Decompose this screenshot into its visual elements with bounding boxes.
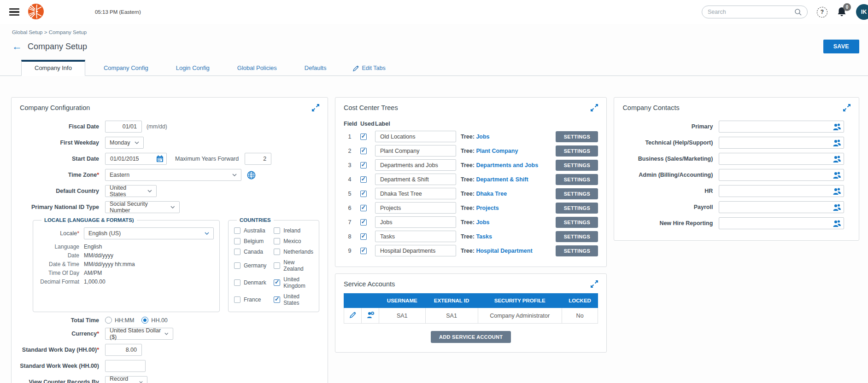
tab-global-policies[interactable]: Global Policies bbox=[237, 61, 277, 75]
checkbox[interactable] bbox=[234, 238, 240, 244]
help-button[interactable]: ? bbox=[817, 7, 827, 17]
label-input[interactable] bbox=[375, 174, 456, 185]
expand-icon[interactable] bbox=[312, 104, 319, 111]
hr-contact-input[interactable] bbox=[719, 185, 844, 197]
country-canada[interactable]: Canada bbox=[234, 249, 266, 255]
people-picker-icon[interactable] bbox=[832, 123, 842, 131]
country-france[interactable]: France bbox=[234, 293, 266, 306]
radio[interactable] bbox=[141, 317, 148, 324]
checkbox[interactable] bbox=[234, 279, 240, 286]
people-picker-icon[interactable] bbox=[832, 171, 842, 179]
label-input[interactable] bbox=[375, 131, 456, 142]
company-logo[interactable] bbox=[28, 3, 44, 21]
used-checkbox[interactable] bbox=[360, 176, 367, 183]
edit-tabs-button[interactable]: Edit Tabs bbox=[353, 65, 385, 71]
checkbox[interactable] bbox=[234, 262, 240, 269]
people-picker-icon[interactable] bbox=[832, 139, 842, 147]
settings-button[interactable]: SETTINGS bbox=[556, 145, 598, 157]
edit-icon[interactable] bbox=[349, 311, 357, 319]
settings-button[interactable]: SETTINGS bbox=[556, 217, 598, 228]
tree-link[interactable]: Jobs bbox=[476, 219, 489, 226]
checkbox[interactable] bbox=[234, 296, 240, 303]
tab-login-config[interactable]: Login Config bbox=[176, 61, 210, 75]
add-service-account-button[interactable]: ADD SERVICE ACCOUNT bbox=[431, 331, 511, 343]
tree-link[interactable]: Dhaka Tree bbox=[476, 191, 507, 197]
used-checkbox[interactable] bbox=[360, 248, 367, 254]
tab-defaults[interactable]: Defaults bbox=[305, 61, 327, 75]
country-new-zealand[interactable]: New Zealand bbox=[274, 259, 313, 272]
settings-button[interactable]: SETTINGS bbox=[556, 231, 598, 242]
country-netherlands[interactable]: Netherlands bbox=[274, 249, 313, 255]
currency-select[interactable]: United States Dollar ($) bbox=[105, 328, 173, 340]
standard-work-day-input[interactable] bbox=[105, 344, 142, 356]
used-checkbox[interactable] bbox=[360, 191, 367, 197]
label-input[interactable] bbox=[375, 159, 456, 171]
country-united-kingdom[interactable]: United Kingdom bbox=[274, 276, 313, 289]
admin-contact-input[interactable] bbox=[719, 169, 844, 181]
fiscal-date-input[interactable] bbox=[105, 121, 142, 133]
tree-link[interactable]: Tasks bbox=[476, 233, 492, 240]
used-checkbox[interactable] bbox=[360, 148, 367, 154]
country-germany[interactable]: Germany bbox=[234, 259, 266, 272]
max-years-forward-input[interactable] bbox=[245, 153, 271, 165]
search-box[interactable] bbox=[702, 6, 808, 18]
checkbox[interactable] bbox=[234, 249, 240, 255]
breadcrumb-global-setup[interactable]: Global Setup bbox=[12, 29, 43, 35]
standard-work-week-input[interactable] bbox=[105, 360, 146, 372]
tab-company-info[interactable]: Company Info bbox=[21, 60, 85, 76]
business-contact-input[interactable] bbox=[719, 153, 844, 165]
used-checkbox[interactable] bbox=[360, 233, 367, 240]
view-counter-records-select[interactable]: Record Date bbox=[105, 376, 147, 383]
tree-link[interactable]: Projects bbox=[476, 205, 499, 211]
expand-icon[interactable] bbox=[591, 104, 598, 111]
settings-button[interactable]: SETTINGS bbox=[556, 131, 598, 142]
label-input[interactable] bbox=[375, 188, 456, 199]
country-ireland[interactable]: Ireland bbox=[274, 227, 313, 234]
tree-link[interactable]: Hospital Department bbox=[476, 248, 532, 254]
checkbox[interactable] bbox=[274, 279, 280, 286]
primary-contact-input[interactable] bbox=[719, 121, 844, 133]
checkbox[interactable] bbox=[274, 238, 280, 244]
tree-link[interactable]: Departments and Jobs bbox=[476, 162, 538, 168]
checkbox[interactable] bbox=[274, 296, 280, 303]
save-button[interactable]: SAVE bbox=[823, 40, 859, 53]
locale-select[interactable]: English (US) bbox=[84, 227, 214, 239]
tree-link[interactable]: Plant Company bbox=[476, 148, 518, 154]
label-input[interactable] bbox=[375, 145, 456, 157]
country-australia[interactable]: Australia bbox=[234, 227, 266, 234]
settings-button[interactable]: SETTINGS bbox=[556, 160, 598, 171]
remove-user-icon[interactable] bbox=[366, 311, 375, 319]
default-country-select[interactable]: United States bbox=[105, 185, 157, 197]
breadcrumb-company-setup[interactable]: Company Setup bbox=[49, 29, 87, 35]
payroll-contact-input[interactable] bbox=[719, 201, 844, 213]
tree-link[interactable]: Jobs bbox=[476, 133, 489, 140]
total-time-option-hhmm[interactable]: HH:MM bbox=[105, 317, 134, 324]
people-picker-icon[interactable] bbox=[832, 155, 842, 163]
label-input[interactable] bbox=[375, 202, 456, 214]
menu-icon[interactable] bbox=[9, 8, 19, 16]
calendar-icon[interactable] bbox=[156, 155, 164, 162]
settings-button[interactable]: SETTINGS bbox=[556, 174, 598, 185]
people-picker-icon[interactable] bbox=[832, 220, 842, 227]
checkbox[interactable] bbox=[274, 227, 280, 234]
country-united-states[interactable]: United States bbox=[274, 293, 313, 306]
used-checkbox[interactable] bbox=[360, 162, 367, 168]
settings-button[interactable]: SETTINGS bbox=[556, 188, 598, 199]
primary-national-id-select[interactable]: Social Security Number bbox=[105, 201, 180, 213]
label-input[interactable] bbox=[375, 245, 456, 256]
label-input[interactable] bbox=[375, 216, 456, 228]
radio[interactable] bbox=[105, 317, 112, 324]
used-checkbox[interactable] bbox=[360, 205, 367, 211]
country-denmark[interactable]: Denmark bbox=[234, 276, 266, 289]
expand-icon[interactable] bbox=[591, 280, 598, 288]
new-hire-reporting-input[interactable] bbox=[719, 217, 844, 229]
people-picker-icon[interactable] bbox=[832, 203, 842, 211]
tab-company-config[interactable]: Company Config bbox=[104, 61, 148, 75]
checkbox[interactable] bbox=[234, 227, 240, 234]
checkbox[interactable] bbox=[274, 262, 280, 269]
avatar[interactable]: IK bbox=[856, 4, 868, 20]
search-icon[interactable] bbox=[794, 8, 802, 16]
country-belgium[interactable]: Belgium bbox=[234, 238, 266, 244]
tree-link[interactable]: Department & Shift bbox=[476, 176, 528, 183]
globe-icon[interactable] bbox=[247, 171, 256, 180]
